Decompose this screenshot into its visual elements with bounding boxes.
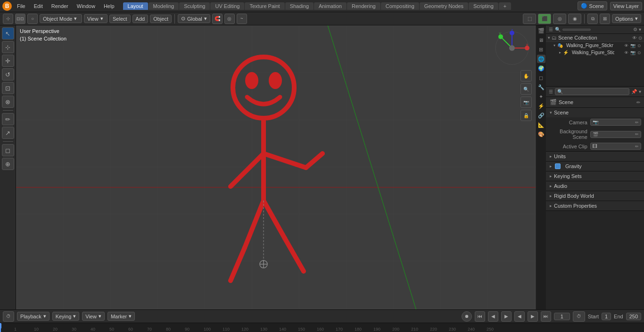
options-dropdown[interactable]: Options ▾ xyxy=(612,14,641,23)
shading-wireframe[interactable]: ⬚ xyxy=(523,14,536,24)
fps-btn[interactable]: ⏱ xyxy=(573,311,585,322)
camera-value[interactable]: 📷 ✏ xyxy=(590,119,641,126)
tab-add[interactable]: + xyxy=(499,2,511,10)
camera-view-btn[interactable]: 📷 xyxy=(520,97,532,108)
gravity-checkbox[interactable] xyxy=(555,163,561,169)
timeline-ruler[interactable]: 1 1 10 20 30 40 50 60 70 80 90 100 110 1… xyxy=(0,323,644,332)
measure-tool[interactable]: ↗ xyxy=(2,127,14,139)
more-tools[interactable]: ⊕ xyxy=(2,158,14,170)
tab-animation[interactable]: Animation xyxy=(314,2,347,10)
current-frame-input[interactable]: 1 xyxy=(557,314,567,319)
annotate-tool[interactable]: ✏ xyxy=(2,113,14,125)
viewport[interactable]: User Perspective (1) Scene Collection X … xyxy=(16,25,536,309)
view-layer-selector[interactable]: View Layer xyxy=(610,2,642,10)
lock-camera-btn[interactable]: 🔒 xyxy=(520,110,532,121)
jump-start-btn[interactable]: ⏮ xyxy=(475,311,485,322)
transform-tool[interactable]: ⊗ xyxy=(2,96,14,108)
props-icon-particles[interactable]: ✦ xyxy=(537,92,545,101)
active-clip-value[interactable]: 🎞 ✏ xyxy=(590,143,641,150)
item-vis-1[interactable]: 👁 xyxy=(624,50,628,55)
tab-modeling[interactable]: Modeling xyxy=(149,2,179,10)
xray-toggle[interactable]: ⊠ xyxy=(600,14,610,24)
start-frame-input[interactable]: 1 xyxy=(605,314,608,319)
props-icon-world[interactable]: 🌍 xyxy=(537,64,545,73)
jump-end-btn[interactable]: ⏭ xyxy=(541,311,551,322)
props-icon-constraints[interactable]: 🔗 xyxy=(537,111,545,120)
units-header[interactable]: ▸ Units xyxy=(546,152,644,161)
tab-layout[interactable]: Layout xyxy=(123,2,148,10)
mode-selector[interactable]: Object Mode ▾ xyxy=(40,14,82,23)
collection-exclude[interactable]: ⊙ xyxy=(638,35,642,40)
clip-browse-icon[interactable]: ✏ xyxy=(635,144,639,149)
props-icon-physics[interactable]: ⚡ xyxy=(537,102,545,110)
item-camera-0[interactable]: 📷 xyxy=(630,43,636,48)
outliner-item-0[interactable]: ▾ 🎭 Walking_Figure_Stickman_Re 👁 📷 ⊙ xyxy=(546,42,644,49)
outliner-filter-btn[interactable]: ⚙ xyxy=(633,27,637,32)
end-frame-input[interactable]: 250 xyxy=(629,314,638,319)
select-tool[interactable]: ↖ xyxy=(2,27,14,40)
menu-render[interactable]: Render xyxy=(48,2,72,10)
move-tool[interactable]: ✛ xyxy=(2,55,14,67)
tab-scripting[interactable]: Scripting xyxy=(469,2,498,10)
scene-section-header[interactable]: ▾ Scene xyxy=(546,108,644,117)
transform-selector[interactable]: ⊙ Global ▾ xyxy=(178,14,210,23)
viewport-shading-selector[interactable]: View ▾ xyxy=(84,14,107,23)
play-btn[interactable]: ▶ xyxy=(501,311,512,322)
tab-texture-paint[interactable]: Texture Paint xyxy=(245,2,284,10)
custom-props-header[interactable]: ▸ Custom Properties xyxy=(546,201,644,211)
item-rnd-1[interactable]: ⊙ xyxy=(637,50,641,55)
tab-geometry-nodes[interactable]: Geometry Nodes xyxy=(420,2,468,10)
audio-header[interactable]: ▸ Audio xyxy=(546,181,644,191)
snap-btn[interactable]: ⊡⊡ xyxy=(15,14,25,24)
navigation-gizmo[interactable]: X Y Z xyxy=(493,29,531,67)
outliner-display-btn[interactable]: ▾ xyxy=(639,27,641,32)
outliner-search-input[interactable] xyxy=(562,29,591,31)
props-icon-modifier[interactable]: 🔧 xyxy=(537,83,545,91)
props-pin-icon[interactable]: 📌 xyxy=(631,89,637,94)
outliner-item-1[interactable]: ▸ ⚡ Walking_Figure_Stickman 👁 📷 ⊙ xyxy=(546,49,644,56)
prev-frame-btn[interactable]: ◀ xyxy=(488,311,498,322)
shading-rendered[interactable]: ◉ xyxy=(568,14,581,24)
view-dropdown[interactable]: View ▾ xyxy=(82,312,105,321)
shading-material[interactable]: ◎ xyxy=(553,14,566,24)
tab-uv-editing[interactable]: UV Editing xyxy=(210,2,244,10)
filter-icon[interactable]: ☰ xyxy=(549,27,553,32)
rotate-tool[interactable]: ↺ xyxy=(2,68,14,81)
item-cam-1[interactable]: 📷 xyxy=(630,50,636,55)
next-frame-btn[interactable]: ▶ xyxy=(528,311,538,322)
bg-scene-browse-icon[interactable]: ✏ xyxy=(635,132,639,137)
proportional-edit-btn[interactable]: ◎ xyxy=(224,14,235,24)
snap-toggle[interactable]: 🧲 xyxy=(212,14,223,24)
collection-visibility[interactable]: 👁 xyxy=(632,35,637,40)
cursor-tool[interactable]: ⊹ xyxy=(2,41,14,53)
menu-file[interactable]: File xyxy=(13,2,29,10)
tab-compositing[interactable]: Compositing xyxy=(381,2,419,10)
timeline-mode-btn[interactable]: ⏱ xyxy=(3,311,14,322)
tab-shading[interactable]: Shading xyxy=(285,2,314,10)
item-restrict-0[interactable]: 👁 xyxy=(624,43,628,48)
menu-help[interactable]: Help xyxy=(100,2,118,10)
add-cube-tool[interactable]: ◻ xyxy=(2,144,14,156)
gravity-header[interactable]: ▸ Gravity xyxy=(546,162,644,171)
select-menu[interactable]: Select xyxy=(109,15,131,23)
scene-selector[interactable]: 🔵 Scene xyxy=(578,1,607,10)
props-filter-icon[interactable]: ☰ xyxy=(549,89,553,94)
play-pause-btn[interactable]: ⏺ xyxy=(462,311,472,322)
shading-solid[interactable]: ⬛ xyxy=(538,14,551,24)
scale-tool[interactable]: ⊡ xyxy=(2,82,14,94)
tab-rendering[interactable]: Rendering xyxy=(347,2,380,10)
play-reverse-btn[interactable]: ◀ xyxy=(514,311,525,322)
proportional-connected-btn[interactable]: ~ xyxy=(237,14,247,24)
props-icon-scene[interactable]: 🌐 xyxy=(537,55,545,63)
zoom-btn[interactable]: 🔍 xyxy=(520,83,532,95)
object-menu[interactable]: Object xyxy=(150,15,172,23)
menu-window[interactable]: Window xyxy=(73,2,99,10)
scene-collection-expand[interactable]: ▾ xyxy=(548,35,550,40)
tab-sculpting[interactable]: Sculpting xyxy=(179,2,210,10)
add-menu[interactable]: Add xyxy=(132,15,149,23)
props-icon-object[interactable]: ◻ xyxy=(537,73,545,82)
item-render-0[interactable]: ⊙ xyxy=(637,43,641,48)
props-pencil-icon[interactable]: ✏ xyxy=(636,100,640,105)
rigid-body-header[interactable]: ▸ Rigid Body World xyxy=(546,191,644,201)
proportional-btn[interactable]: ○ xyxy=(27,14,38,24)
